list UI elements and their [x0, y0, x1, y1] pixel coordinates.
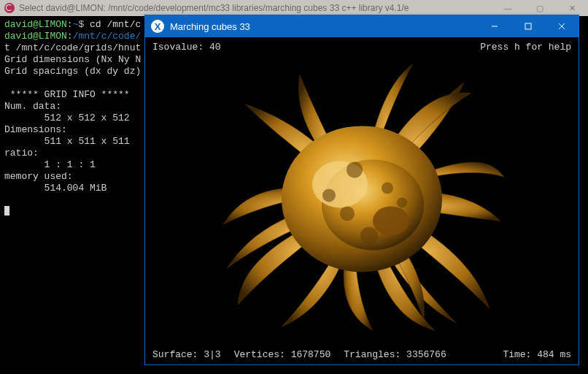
svg-point-10 [360, 226, 378, 244]
mc-close-button[interactable] [545, 15, 579, 37]
svg-point-13 [347, 161, 363, 178]
isovalue-readout: Isovalue: 40 [152, 42, 221, 53]
vertices-value: 1678750 [291, 349, 331, 360]
triangles-value: 3356766 [406, 349, 446, 360]
surface-value: 3|3 [204, 349, 220, 360]
svg-point-8 [340, 206, 355, 221]
terminal-maximize-button[interactable]: ▢ [524, 0, 556, 16]
svg-point-9 [382, 182, 393, 194]
terminal-window-controls: — ▢ ✕ [492, 0, 588, 16]
terminal-cursor [4, 206, 9, 215]
rendered-surface [209, 56, 515, 334]
mc-window-title: Marching cubes 33 [170, 21, 250, 32]
x11-icon: X [151, 20, 164, 33]
mc-titlebar[interactable]: X Marching cubes 33 [145, 15, 579, 37]
surface-readout: Surface: 3|3 [152, 349, 221, 360]
prompt-command: cd /mnt/c [90, 19, 141, 30]
terminal-close-button[interactable]: ✕ [556, 0, 588, 16]
svg-point-7 [373, 206, 409, 235]
mc-maximize-button[interactable] [511, 15, 545, 37]
marching-cubes-window: X Marching cubes 33 Isovalue: 40 Press h… [144, 15, 579, 365]
prompt-user: david@LIMON [4, 19, 67, 30]
terminal-title: Select david@LIMON: /mnt/c/code/developm… [19, 3, 409, 13]
time-readout: Time: 484 ms [503, 349, 571, 360]
triangles-readout: Triangles: 3356766 [344, 349, 446, 360]
prompt-user: david@LIMON [4, 31, 67, 42]
help-hint: Press h for help [480, 42, 571, 53]
terminal-minimize-button[interactable]: — [492, 0, 524, 16]
mc-minimize-button[interactable] [478, 15, 511, 37]
isovalue-value: 40 [209, 42, 221, 53]
svg-point-12 [397, 197, 407, 207]
svg-rect-1 [525, 23, 531, 29]
vertices-label: Vertices: [234, 349, 291, 360]
surface-label: Surface: [152, 349, 204, 360]
triangles-label: Triangles: [344, 349, 406, 360]
mc-overlay-top: Isovalue: 40 Press h for help [152, 42, 571, 53]
svg-point-11 [322, 188, 336, 202]
time-value: 484 ms [537, 349, 571, 360]
terminal-titlebar[interactable]: Select david@LIMON: /mnt/c/code/developm… [0, 0, 588, 16]
prompt-path: /mnt/c/code/ [73, 31, 142, 42]
mc-window-controls [478, 15, 579, 37]
isovalue-label: Isovalue: [152, 42, 209, 53]
vertices-readout: Vertices: 1678750 [234, 349, 331, 360]
mc-overlay-bottom: Surface: 3|3 Vertices: 1678750 Triangles… [152, 349, 571, 360]
debian-icon [4, 3, 15, 13]
mc-viewport[interactable]: Isovalue: 40 Press h for help [145, 37, 579, 365]
time-label: Time: [503, 349, 537, 360]
